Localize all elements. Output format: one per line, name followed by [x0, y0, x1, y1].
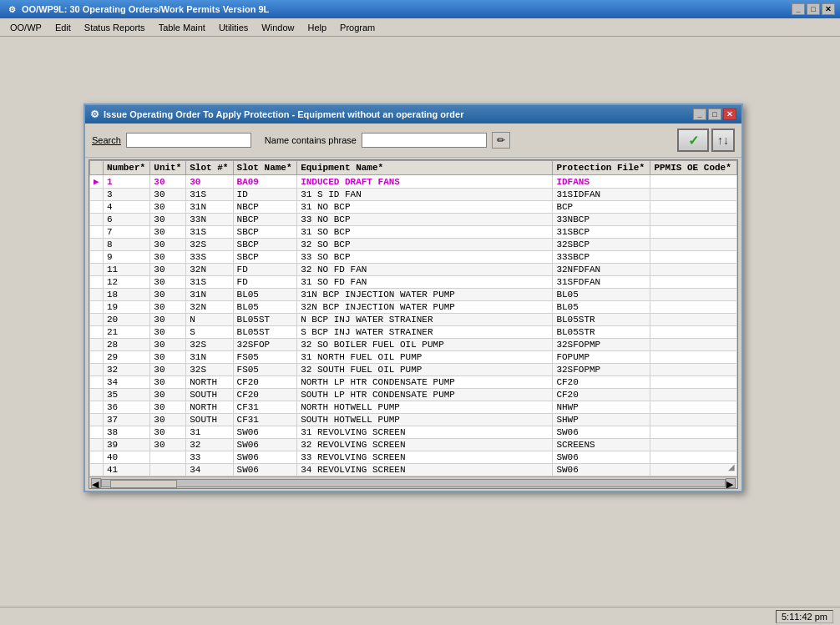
cell-unit: 30 [150, 276, 186, 289]
cell-protection: 31SFDFAN [553, 276, 650, 289]
table-row[interactable]: 283032S32SFOP32 SO BOILER FUEL OIL PUMP3… [90, 339, 737, 351]
scroll-thumb[interactable] [110, 480, 177, 488]
menu-window[interactable]: Window [255, 21, 301, 34]
pencil-button[interactable]: ✏ [492, 132, 510, 149]
cell-slot: 32S [186, 239, 233, 251]
cell-ppmis [650, 251, 737, 264]
table-row[interactable]: 2130SBL05STS BCP INJ WATER STRAINERBL05S… [90, 326, 737, 339]
menu-table-maint[interactable]: Table Maint [152, 21, 212, 34]
cell-protection: CF20 [553, 376, 650, 389]
table-row[interactable]: 123031SFD31 SO FD FAN31SFDFAN [90, 276, 737, 289]
table-row[interactable]: 73031SSBCP31 SO BCP31SBCP [90, 226, 737, 239]
maximize-button[interactable]: □ [807, 3, 820, 15]
cell-ppmis [650, 239, 737, 251]
menu-status-reports[interactable]: Status Reports [78, 21, 152, 34]
cell-indicator [90, 201, 104, 214]
table-row[interactable]: 3630NORTHCF31NORTH HOTWELL PUMPNHWP [90, 401, 737, 414]
table-row[interactable]: 93033SSBCP33 SO BCP33SBCP [90, 251, 737, 264]
name-contains-input[interactable] [362, 133, 487, 148]
table-row[interactable]: 183031NBL0531N BCP INJECTION WATER PUMPB… [90, 289, 737, 301]
cell-slotname: SBCP [233, 251, 297, 264]
horizontal-scrollbar[interactable]: ◀ ▶ [89, 476, 737, 488]
cell-unit: 30 [150, 264, 186, 276]
col-header-equipment[interactable]: Equipment Name* [297, 161, 553, 175]
cell-protection: 32SBCP [553, 239, 650, 251]
col-header-number[interactable]: Number* [103, 161, 149, 175]
col-header-slotname[interactable]: Slot Name* [233, 161, 297, 175]
table-row[interactable]: 193032NBL0532N BCP INJECTION WATER PUMPB… [90, 301, 737, 314]
cell-number: 36 [103, 401, 149, 414]
cell-protection: 32SFOPMP [553, 364, 650, 376]
table-row[interactable]: 4033SW0633 REVOLVING SCREENSW06 [90, 451, 737, 464]
cell-protection: CF20 [553, 389, 650, 401]
confirm-button[interactable]: ✓ [677, 129, 709, 152]
table-row[interactable]: 83032SSBCP32 SO BCP32SBCP [90, 239, 737, 251]
modal-minimize-button[interactable]: _ [693, 108, 706, 120]
menu-oo-wp[interactable]: OO/WP [3, 21, 48, 34]
cell-unit: 30 [150, 189, 186, 201]
scroll-right-button[interactable]: ▶ [726, 478, 736, 488]
cell-number: 19 [103, 301, 149, 314]
cell-slot: 31N [186, 289, 233, 301]
app-title: OO/WP9L: 30 Operating Orders/Work Permit… [22, 4, 792, 14]
table-row[interactable]: 323032SFS0532 SOUTH FUEL OIL PUMP32SFOPM… [90, 364, 737, 376]
table-row[interactable]: 33031SID31 S ID FAN31SIDFAN [90, 189, 737, 201]
cell-number: 1 [103, 175, 149, 189]
menu-utilities[interactable]: Utilities [212, 21, 255, 34]
cell-ppmis [650, 264, 737, 276]
col-header-slot[interactable]: Slot #* [186, 161, 233, 175]
cell-ppmis [650, 464, 737, 476]
cell-equipment: NORTH LP HTR CONDENSATE PUMP [297, 376, 553, 389]
cell-indicator [90, 214, 104, 226]
sort-button[interactable]: ↑↓ [711, 129, 735, 152]
table-row[interactable]: ▶13030BA09INDUCED DRAFT FANSIDFANS [90, 175, 737, 189]
table-row[interactable]: 113032NFD32 NO FD FAN32NFDFAN [90, 264, 737, 276]
cell-slotname: SBCP [233, 226, 297, 239]
scroll-left-button[interactable]: ◀ [91, 478, 101, 488]
table-row[interactable]: 393032SW0632 REVOLVING SCREENSCREENS [90, 439, 737, 451]
close-button[interactable]: ✕ [822, 3, 835, 15]
minimize-button[interactable]: _ [792, 3, 805, 15]
modal-close-button[interactable]: ✕ [723, 108, 736, 120]
table-row[interactable]: 63033NNBCP33 NO BCP33NBCP [90, 214, 737, 226]
cell-number: 34 [103, 376, 149, 389]
cell-equipment: 34 REVOLVING SCREEN [297, 464, 553, 476]
table-scroll[interactable]: Number* Unit* Slot #* Slot Name* Equipme… [89, 160, 737, 476]
cell-equipment: 32N BCP INJECTION WATER PUMP [297, 301, 553, 314]
cell-number: 32 [103, 364, 149, 376]
modal-maximize-button[interactable]: □ [708, 108, 721, 120]
table-row[interactable]: 293031NFS0531 NORTH FUEL OIL PUMPFOPUMP [90, 351, 737, 364]
table-row[interactable]: 3730SOUTHCF31SOUTH HOTWELL PUMPSHWP [90, 414, 737, 426]
table-row[interactable]: 2030NBL05STN BCP INJ WATER STRAINERBL05S… [90, 314, 737, 326]
cell-ppmis [650, 175, 737, 189]
cell-unit: 30 [150, 201, 186, 214]
scroll-track[interactable] [101, 479, 726, 487]
table-row[interactable]: 3530SOUTHCF20SOUTH LP HTR CONDENSATE PUM… [90, 389, 737, 401]
cell-unit: 30 [150, 239, 186, 251]
table-row[interactable]: 3430NORTHCF20NORTH LP HTR CONDENSATE PUM… [90, 376, 737, 389]
table-row[interactable]: 4134SW0634 REVOLVING SCREENSW06 [90, 464, 737, 476]
cell-slot: 33 [186, 451, 233, 464]
menu-edit[interactable]: Edit [48, 21, 78, 34]
cell-equipment: 31 SO FD FAN [297, 276, 553, 289]
cell-indicator [90, 414, 104, 426]
cell-equipment: 31 S ID FAN [297, 189, 553, 201]
cell-unit: 30 [150, 326, 186, 339]
menu-help[interactable]: Help [301, 21, 333, 34]
title-bar: ⚙ OO/WP9L: 30 Operating Orders/Work Perm… [0, 0, 840, 18]
table-row[interactable]: 383031SW0631 REVOLVING SCREENSW06 [90, 426, 737, 439]
cell-number: 21 [103, 326, 149, 339]
search-input[interactable] [126, 133, 251, 148]
modal-icon: ⚙ [90, 108, 99, 120]
cell-slot: 30 [186, 175, 233, 189]
col-header-protection[interactable]: Protection File* [553, 161, 650, 175]
cell-ppmis [650, 314, 737, 326]
cell-protection: IDFANS [553, 175, 650, 189]
menu-program[interactable]: Program [333, 21, 382, 34]
col-header-ppmis[interactable]: PPMIS OE Code* [650, 161, 737, 175]
cell-unit: 30 [150, 289, 186, 301]
table-row[interactable]: 43031NNBCP31 NO BCPBCP [90, 201, 737, 214]
col-header-unit[interactable]: Unit* [150, 161, 186, 175]
menu-bar: OO/WP Edit Status Reports Table Maint Ut… [0, 18, 840, 37]
resize-handle[interactable]: ◢ [728, 462, 738, 472]
